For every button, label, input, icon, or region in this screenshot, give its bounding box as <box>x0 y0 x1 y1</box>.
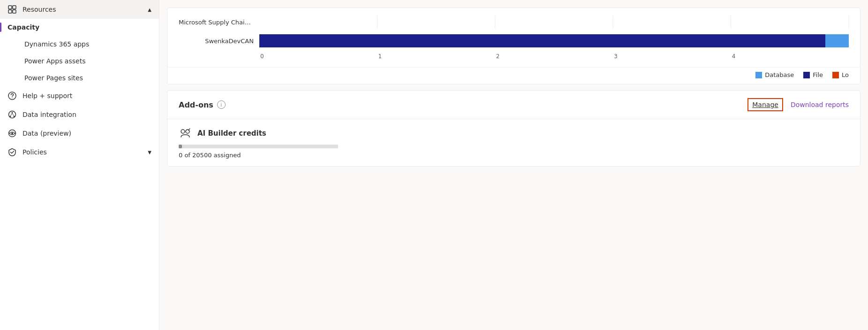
help-icon <box>8 91 17 100</box>
svg-rect-0 <box>8 6 12 9</box>
chart-x-axis: 0 1 2 3 4 <box>259 51 849 60</box>
legend-file-label: File <box>813 71 823 78</box>
resources-icon <box>8 5 17 14</box>
svg-line-10 <box>11 114 13 116</box>
policies-icon <box>8 147 17 157</box>
svg-rect-2 <box>8 10 12 13</box>
sidebar-policies-label: Policies <box>23 148 47 156</box>
sidebar-item-powerpages[interactable]: Power Pages sites <box>0 69 159 86</box>
legend-database-color <box>755 72 762 78</box>
sidebar-item-capacity[interactable]: Capacity <box>0 19 159 36</box>
sidebar-data-preview-label: Data (preview) <box>23 130 71 137</box>
sidebar-capacity-label: Capacity <box>8 23 39 31</box>
sidebar-dynamics-label: Dynamics 365 apps <box>24 40 89 48</box>
sidebar: Resources ▲ Capacity Dynamics 365 apps P… <box>0 0 159 330</box>
addons-title-group: Add-ons i <box>179 100 226 109</box>
ai-progress-bar <box>179 145 338 148</box>
chart-section: Microsoft Supply Chain Center... <box>167 8 860 84</box>
sidebar-resources-label: Resources <box>23 6 56 13</box>
sidebar-data-preview[interactable]: Data (preview) <box>0 124 159 143</box>
chart-row-2: SwenkaDevCAN <box>179 34 849 47</box>
chart-bar-2 <box>259 34 849 47</box>
sidebar-help-label: Help + support <box>23 92 72 100</box>
chart-area: Microsoft Supply Chain Center... <box>167 8 860 67</box>
svg-point-24 <box>181 130 185 133</box>
sidebar-resources[interactable]: Resources ▲ <box>0 0 159 19</box>
ai-builder-icon <box>179 127 192 140</box>
svg-line-11 <box>12 114 14 116</box>
chart-bar-1 <box>259 15 849 29</box>
addons-title: Add-ons <box>179 100 213 109</box>
addons-body: AI Builder credits 0 of 20500 assigned <box>167 119 860 166</box>
svg-rect-1 <box>13 6 16 9</box>
legend-log: Lo <box>832 71 849 78</box>
sidebar-powerapps-label: Power Apps assets <box>24 57 85 65</box>
sidebar-item-powerapps[interactable]: Power Apps assets <box>0 53 159 69</box>
main-content: Microsoft Supply Chain Center... <box>159 0 868 330</box>
info-icon[interactable]: i <box>217 100 226 109</box>
x-tick-2: 2 <box>495 53 613 60</box>
svg-rect-3 <box>13 10 16 13</box>
download-reports-link[interactable]: Download reports <box>791 101 849 108</box>
chart-label-2: SwenkaDevCAN <box>179 38 254 45</box>
chart-legend: Database File Lo <box>167 67 860 84</box>
chart-label-1: Microsoft Supply Chain Center... <box>179 19 254 26</box>
svg-point-7 <box>12 112 13 114</box>
legend-log-label: Lo <box>842 71 849 78</box>
svg-point-9 <box>14 116 15 117</box>
addons-actions: Manage Download reports <box>747 98 849 111</box>
x-tick-3: 3 <box>613 53 731 60</box>
ai-builder-row: AI Builder credits <box>179 127 849 140</box>
x-tick-4: 4 <box>731 53 849 60</box>
ai-assigned-text: 0 of 20500 assigned <box>179 152 241 159</box>
data-preview-icon <box>8 129 17 138</box>
chart-rows: Microsoft Supply Chain Center... <box>179 15 849 47</box>
svg-point-8 <box>10 116 11 117</box>
legend-database: Database <box>755 71 794 78</box>
svg-point-5 <box>12 98 13 99</box>
data-integration-icon <box>8 110 17 119</box>
chart-row-1: Microsoft Supply Chain Center... <box>179 15 849 29</box>
addons-header: Add-ons i Manage Download reports <box>167 91 860 119</box>
x-tick-1: 1 <box>377 53 495 60</box>
sidebar-policies[interactable]: Policies ▼ <box>0 143 159 161</box>
legend-file: File <box>803 71 823 78</box>
sidebar-help[interactable]: Help + support <box>0 86 159 105</box>
legend-log-color <box>832 72 839 78</box>
sidebar-powerpages-label: Power Pages sites <box>24 74 83 82</box>
sidebar-data-integration-label: Data integration <box>23 111 76 118</box>
sidebar-data-integration[interactable]: Data integration <box>0 105 159 124</box>
legend-file-color <box>803 72 810 78</box>
svg-point-13 <box>11 132 13 134</box>
manage-button[interactable]: Manage <box>747 98 783 111</box>
ai-builder-title: AI Builder credits <box>197 129 266 138</box>
addons-section: Add-ons i Manage Download reports AI <box>167 90 860 167</box>
ai-progress-fill <box>179 145 182 148</box>
chevron-up-icon: ▲ <box>148 7 151 12</box>
sidebar-item-dynamics[interactable]: Dynamics 365 apps <box>0 36 159 53</box>
legend-database-label: Database <box>765 71 794 78</box>
chevron-down-icon: ▼ <box>148 150 151 155</box>
x-tick-0: 0 <box>259 53 377 60</box>
